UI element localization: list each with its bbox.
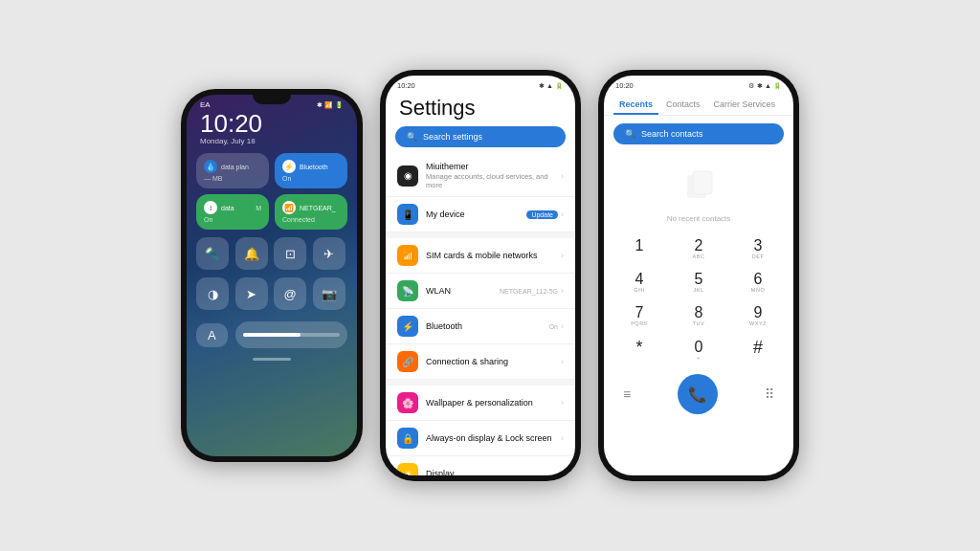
settings-item-miuithemer[interactable]: ◉ Miuithemer Manage accounts, cloud serv…: [386, 155, 575, 197]
dialer-gear-icon[interactable]: ⚙: [748, 82, 754, 90]
home-bar: [253, 358, 291, 361]
call-phone-icon: 📞: [688, 386, 707, 404]
phone-dialer: 10:20 ⚙ ✱ ▲ 🔋 Recents Contacts Carrier S…: [598, 70, 799, 481]
bluetooth-label: Bluetooth: [300, 164, 328, 170]
miuithemer-sub: Manage accounts, cloud services, and mor…: [426, 172, 553, 189]
miuithemer-icon: ◉: [397, 165, 418, 187]
dial-3[interactable]: 3 DEF: [728, 232, 788, 266]
sim-icon: 📶: [397, 245, 418, 266]
brightness-fill: [243, 333, 301, 337]
dial-9[interactable]: 9 WXYZ: [728, 299, 788, 333]
settings-time: 10:20: [397, 81, 415, 90]
aod-icon: 🔒: [397, 428, 418, 449]
dial-8[interactable]: 8 TUV: [669, 299, 728, 333]
display-content: Display: [426, 469, 553, 475]
cc-tile-mobile[interactable]: ↕ data M On: [196, 194, 269, 230]
tab-contacts[interactable]: Contacts: [660, 96, 706, 115]
connection-title: Connection & sharing: [426, 357, 553, 366]
wlan-title: WLAN: [426, 286, 492, 296]
wlan-chevron: ›: [561, 286, 564, 296]
display-chevron: ›: [561, 469, 564, 475]
connection-content: Connection & sharing: [426, 357, 553, 366]
accessibility-btn[interactable]: A: [196, 323, 228, 347]
dial-hash[interactable]: #: [728, 333, 788, 368]
wlan-icon: 📡: [397, 280, 418, 301]
settings-item-display[interactable]: ☀ Display ›: [386, 456, 575, 475]
tab-recents[interactable]: Recents: [613, 96, 658, 115]
dial-5[interactable]: 5 JKL: [669, 266, 728, 299]
search-icon: 🔍: [407, 132, 417, 142]
cc-tile-wifi[interactable]: 📶 NETGEAR_ Connected: [275, 194, 347, 230]
cc-icon-row2: ◑ ➤ @ 📷: [187, 274, 357, 318]
cc-time: 10:20: [187, 111, 357, 136]
search-contacts-label: Search contacts: [641, 129, 703, 139]
cc-tiles: 💧 data plan — MB ⚡ Bluetooth On ↕ data M: [187, 153, 357, 230]
bluetooth-chevron: ›: [561, 321, 564, 331]
settings-item-wlan[interactable]: 📡 WLAN NETGEAR_112-5G ›: [386, 274, 575, 309]
aod-content: Always-on display & Lock screen: [426, 433, 553, 443]
dial-2[interactable]: 2 ABC: [669, 232, 728, 266]
dial-6[interactable]: 6 MNO: [728, 266, 788, 299]
dialer-tabs: Recents Contacts Carrier Services: [604, 92, 793, 116]
dial-star[interactable]: *: [610, 333, 669, 368]
aod-title: Always-on display & Lock screen: [426, 433, 553, 443]
sim-content: SIM cards & mobile networks: [426, 251, 553, 260]
settings-status-icons: ✱ ▲ 🔋: [539, 81, 564, 90]
mobile-icon: ↕: [204, 201, 217, 214]
cc-tile-data[interactable]: 💧 data plan — MB: [196, 153, 269, 188]
darkmode-btn[interactable]: ◑: [196, 277, 229, 310]
mirror-btn[interactable]: ⊡: [274, 237, 306, 270]
search-settings-label: Search settings: [423, 132, 482, 142]
email-btn[interactable]: @: [274, 277, 306, 310]
no-contacts-text: No recent contacts: [667, 214, 731, 223]
location-btn[interactable]: ➤: [235, 277, 268, 310]
aod-chevron: ›: [561, 433, 564, 443]
brightness-track: [243, 333, 340, 337]
dial-4[interactable]: 4 GHI: [610, 266, 669, 299]
wifi-sub: Connected: [282, 216, 340, 223]
wifi-label: NETGEAR_: [300, 205, 336, 211]
dial-1[interactable]: 1: [610, 232, 669, 266]
settings-search-bar[interactable]: 🔍 Search settings: [395, 126, 566, 147]
phone-control-center: EA ✱ 📶 🔋 10:20 Monday, July 18 💧 data pl…: [181, 89, 363, 462]
data-sub: — MB: [204, 175, 261, 182]
miuithemer-content: Miuithemer Manage accounts, cloud servic…: [426, 162, 553, 189]
mydevice-title: My device: [426, 209, 519, 219]
settings-item-sim[interactable]: 📶 SIM cards & mobile networks ›: [386, 238, 575, 274]
search-contacts-bar[interactable]: 🔍 Search contacts: [613, 123, 784, 144]
call-button[interactable]: 📞: [678, 374, 718, 414]
display-icon: ☀: [397, 463, 418, 475]
no-contacts-icon: [679, 165, 718, 210]
settings-item-mydevice[interactable]: 📱 My device Update ›: [386, 197, 575, 232]
wlan-content: WLAN: [426, 286, 492, 296]
flashlight-btn[interactable]: 🔦: [196, 237, 229, 270]
mydevice-right: Update ›: [526, 209, 564, 219]
brightness-slider[interactable]: [235, 321, 347, 348]
keypad-icon[interactable]: ⠿: [765, 386, 774, 402]
voicemail-icon[interactable]: ≡: [623, 386, 631, 402]
status-icons-1: ✱ 📶 🔋: [317, 101, 344, 109]
dial-7[interactable]: 7 PQRS: [610, 299, 669, 333]
mobile-network: M: [256, 205, 261, 211]
update-badge: Update: [526, 210, 558, 219]
connection-icon: 🔗: [397, 351, 418, 372]
cc-date: Monday, July 18: [187, 136, 357, 153]
settings-item-aod[interactable]: 🔒 Always-on display & Lock screen ›: [386, 421, 575, 456]
bluetooth-right: On ›: [549, 321, 564, 331]
wlan-right: NETGEAR_112-5G ›: [500, 286, 564, 296]
settings-item-bluetooth[interactable]: ⚡ Bluetooth On ›: [386, 309, 575, 344]
wlan-value: NETGEAR_112-5G: [500, 288, 558, 295]
notch: [253, 95, 291, 104]
bell-btn[interactable]: 🔔: [235, 237, 268, 270]
dialer-time: 10:20: [615, 81, 634, 90]
camera-btn[interactable]: 📷: [313, 277, 345, 310]
dial-0[interactable]: 0 +: [669, 333, 728, 368]
cc-tile-bluetooth[interactable]: ⚡ Bluetooth On: [275, 153, 347, 188]
phone-settings: 10:20 ✱ ▲ 🔋 Settings 🔍 Search settings ◉…: [380, 70, 581, 481]
airplane-btn[interactable]: ✈: [313, 237, 345, 270]
sim-chevron: ›: [561, 251, 564, 260]
settings-item-connection[interactable]: 🔗 Connection & sharing ›: [386, 344, 575, 380]
settings-item-wallpaper[interactable]: 🌸 Wallpaper & personalization ›: [386, 386, 575, 421]
svg-rect-1: [693, 171, 712, 194]
tab-carrier[interactable]: Carrier Services: [708, 96, 782, 115]
